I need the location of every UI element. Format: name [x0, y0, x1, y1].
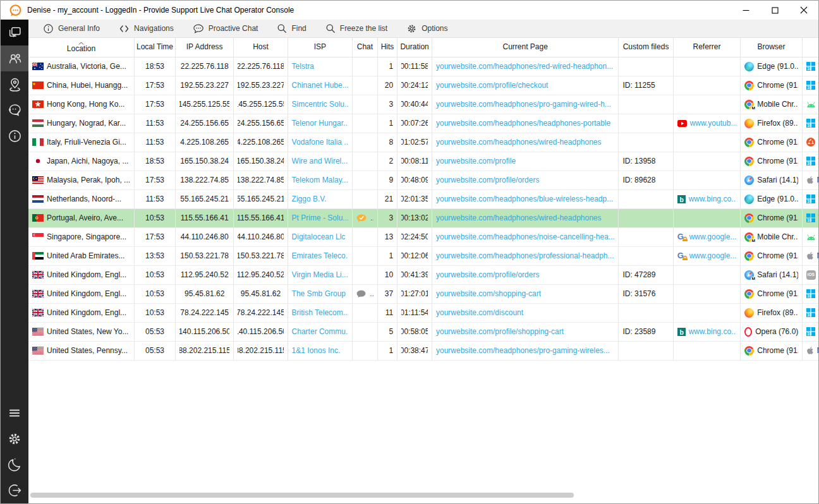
column-header-time[interactable]: Local Time	[135, 38, 176, 57]
column-header-browser[interactable]: Browser	[741, 38, 802, 57]
current-page-link[interactable]: yourwebsite.com/profile/orders	[436, 270, 539, 279]
isp-link[interactable]: Charter Commu...	[292, 327, 349, 336]
isp-link[interactable]: Ziggo B.V.	[292, 195, 327, 203]
current-page-link[interactable]: yourwebsite.com/profile/checkout	[436, 81, 548, 90]
isp-link[interactable]: Pt Prime - Solu...	[292, 213, 349, 222]
column-header-chat[interactable]: Chat	[353, 38, 378, 57]
duration-text: 00:12:06	[401, 251, 428, 260]
referrer-link[interactable]: www.google...	[689, 251, 737, 260]
sidebar-item-night-mode[interactable]	[1, 452, 28, 477]
column-header-ip[interactable]: IP Address	[175, 38, 233, 57]
isp-link[interactable]: Telenor Hungar...	[292, 119, 349, 128]
isp-link[interactable]: Vodafone Italia ...	[292, 138, 349, 147]
table-row[interactable]: Hong Kong, Hong Ko...17:53145.255.125.55…	[28, 95, 818, 114]
current-page-link[interactable]: yourwebsite.com/profile/shopping-cart	[436, 327, 564, 336]
toolbar-general-info-button[interactable]: General Info	[33, 20, 109, 37]
column-header-host[interactable]: Host	[234, 38, 288, 57]
ip-address-text: 138.222.74.85	[180, 176, 229, 184]
referrer-link[interactable]: www.bing.co...	[689, 327, 737, 336]
close-button[interactable]	[789, 1, 818, 20]
current-page-link[interactable]: yourwebsite.com/profile/orders	[436, 176, 539, 184]
isp-link[interactable]: Simcentric Solu...	[292, 100, 349, 109]
current-page-link[interactable]: yourwebsite.com/headphones/professional-…	[436, 251, 614, 260]
isp-link[interactable]: British Telecom...	[292, 308, 349, 317]
toolbar-navigations-button[interactable]: Navigations	[109, 20, 183, 37]
referrer-link[interactable]: www.google...	[689, 232, 737, 241]
isp-link[interactable]: Telstra	[292, 62, 314, 71]
table-row[interactable]: Japan, Aichi, Nagoya, ...18:53165.150.38…	[28, 152, 818, 171]
column-header-hits[interactable]: Hits	[377, 38, 397, 57]
toolbar-find-button[interactable]: Find	[267, 20, 315, 37]
cell-isp: Telstra	[288, 57, 353, 76]
referrer-link[interactable]: www.bing.co...	[689, 195, 737, 203]
minimize-button[interactable]	[731, 1, 760, 20]
duration-text: 00:13:02	[401, 213, 428, 222]
android-icon	[806, 101, 816, 108]
table-row[interactable]: Singapore, Singapore...17:5344.110.246.8…	[28, 227, 818, 246]
current-page-link[interactable]: yourwebsite.com/headphones/pro-gaming-wi…	[436, 346, 610, 355]
isp-link[interactable]: Virgin Media Li...	[292, 270, 348, 279]
referrer-link[interactable]: www.youtub...	[690, 119, 737, 128]
isp-link[interactable]: Digitalocean Llc	[292, 232, 346, 241]
isp-link[interactable]: Telekom Malay...	[292, 176, 348, 184]
ip-address-text: 165.150.38.24	[180, 157, 229, 165]
table-row[interactable]: United Kingdom, Engl...10:5395.45.81.629…	[28, 284, 818, 303]
column-header-page[interactable]: Current Page	[432, 38, 619, 57]
current-page-link[interactable]: yourwebsite.com/headphones/blue-wireless…	[436, 195, 613, 203]
column-header-referrer[interactable]: Referrer	[673, 38, 741, 57]
table-row[interactable]: Italy, Friuli-Venezia Gi...11:534.225.10…	[28, 133, 818, 152]
toolbar-proactive-chat-button[interactable]: Proactive Chat	[183, 20, 268, 37]
cell-duration: 00:24:12	[397, 76, 432, 95]
column-header-location[interactable]: Location	[28, 38, 135, 57]
sidebar-item-geo-location[interactable]	[1, 71, 28, 97]
column-header-isp[interactable]: ISP	[288, 38, 353, 57]
column-header-custom[interactable]: Custom fileds	[619, 38, 673, 57]
table-row[interactable]: Australia, Victoria, Ge...18:5322.225.76…	[28, 57, 818, 76]
table-row[interactable]: United Kingdom, Engl...10:5378.24.222.14…	[28, 303, 818, 322]
table-row[interactable]: United Arab Emirates...13:53150.53.221.7…	[28, 246, 818, 265]
sidebar-item-information[interactable]	[1, 123, 28, 149]
horizontal-scrollbar-thumb[interactable]	[30, 493, 574, 498]
current-page-link[interactable]: yourwebsite.com/shopping-cart	[436, 289, 541, 298]
isp-link[interactable]: 1&1 Ionos Inc.	[292, 346, 341, 355]
table-row[interactable]: United States, New Yo...05:53140.115.206…	[28, 322, 818, 341]
toolbar-freeze-the-list-button[interactable]: Freeze the list	[316, 20, 397, 37]
cell-isp: 1&1 Ionos Inc.	[288, 341, 353, 360]
sidebar-item-menu[interactable]	[1, 400, 28, 426]
hits-count: 3	[389, 100, 394, 109]
table-row[interactable]: Netherlands, Noord-...11:5355.165.245.21…	[28, 189, 818, 208]
current-page-link[interactable]: yourwebsite.com/headphones/pro-gaming-wi…	[436, 100, 611, 109]
sidebar-item-visitors[interactable]	[1, 45, 28, 71]
browser-text: Firefox (89...	[757, 308, 798, 317]
table-row[interactable]: United States, Pennsy...05:5388.202.215.…	[28, 341, 818, 360]
sidebar-item-operator-chat[interactable]	[1, 97, 28, 123]
sidebar-item-logout[interactable]	[1, 477, 28, 503]
current-page-link[interactable]: yourwebsite.com/profile	[436, 157, 516, 165]
toolbar-button-label: Navigations	[134, 24, 174, 33]
current-page-link[interactable]: yourwebsite.com/headphones/headphones-po…	[436, 119, 610, 128]
cell-os: Mac	[802, 246, 818, 265]
table-row[interactable]: Malaysia, Perak, Ipoh, ...17:53138.222.7…	[28, 171, 818, 189]
table-row[interactable]: China, Hubei, Huangg...17:53192.55.23.22…	[28, 76, 818, 95]
isp-link[interactable]: Chinanet Hube...	[292, 81, 349, 90]
column-header-duration[interactable]: Duration	[397, 38, 432, 57]
sidebar-item-chats[interactable]	[1, 20, 28, 45]
current-page-link[interactable]: yourwebsite.com/headphones/noise-cancell…	[436, 232, 614, 241]
isp-link[interactable]: Wire and Wirel...	[292, 157, 348, 165]
toolbar-options-button[interactable]: Options	[397, 20, 457, 37]
current-page-link[interactable]: yourwebsite.com/headphones/wired-headpho…	[436, 138, 602, 147]
current-page-link[interactable]: yourwebsite.com/headphones/red-wired-hea…	[436, 62, 613, 71]
current-page-link[interactable]: yourwebsite.com/discount	[436, 308, 523, 317]
isp-link[interactable]: Emirates Teleco...	[292, 251, 349, 260]
isp-link[interactable]: The Smb Group	[292, 289, 346, 298]
location-text: Japan, Aichi, Nagoya, ...	[47, 157, 128, 165]
table-row[interactable]: Portugal, Aveiro, Ave...10:53115.55.166.…	[28, 208, 818, 227]
table-row[interactable]: Hungary, Nograd, Kar...11:5324.255.156.6…	[28, 114, 818, 133]
window-titlebar: Denise - my_account - LoggedIn - Provide…	[1, 1, 818, 20]
current-page-link[interactable]: yourwebsite.com/headphones/wired-headpho…	[436, 213, 602, 222]
sidebar-item-settings[interactable]	[1, 426, 28, 452]
maximize-button[interactable]	[760, 1, 789, 20]
table-row[interactable]: United Kingdom, Engl...10:53112.95.240.5…	[28, 265, 818, 284]
column-header-os[interactable]: OS	[802, 38, 818, 57]
flag-hu-icon	[32, 119, 44, 127]
